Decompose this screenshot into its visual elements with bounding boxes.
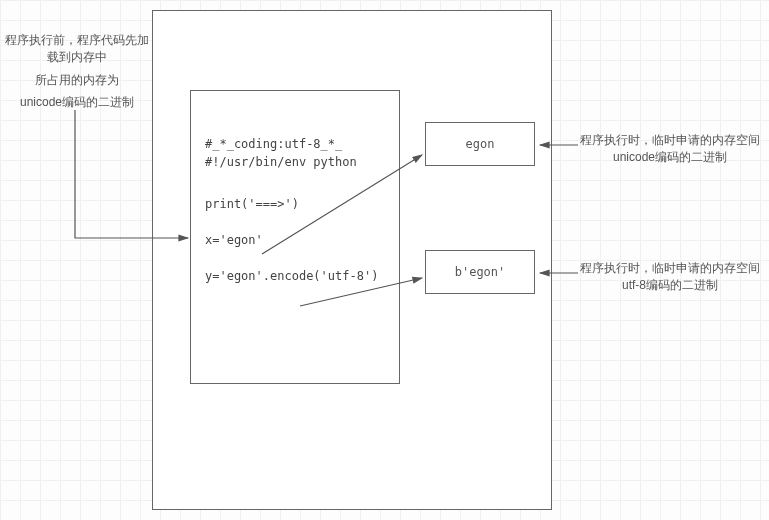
memory-value-utf8: b'egon' — [425, 250, 535, 294]
annotation-right-2: 程序执行时，临时申请的内存空间 utf-8编码的二进制 — [580, 260, 760, 294]
annotation-line: unicode编码的二进制 — [2, 94, 152, 111]
code-line: #!/usr/bin/env python — [205, 155, 385, 169]
annotation-line: utf-8编码的二进制 — [580, 277, 760, 294]
memory-value-text: b'egon' — [455, 265, 506, 279]
code-line: #_*_coding:utf-8_*_ — [205, 137, 385, 151]
memory-value-unicode: egon — [425, 122, 535, 166]
code-line: x='egon' — [205, 233, 385, 247]
annotation-line: unicode编码的二进制 — [580, 149, 760, 166]
annotation-line: 程序执行时，临时申请的内存空间 — [580, 132, 760, 149]
annotation-line: 所占用的内存为 — [2, 72, 152, 89]
code-block: #_*_coding:utf-8_*_ #!/usr/bin/env pytho… — [190, 90, 400, 384]
memory-value-text: egon — [466, 137, 495, 151]
code-line: y='egon'.encode('utf-8') — [205, 269, 385, 283]
annotation-right-1: 程序执行时，临时申请的内存空间 unicode编码的二进制 — [580, 132, 760, 166]
annotation-left: 程序执行前，程序代码先加载到内存中 所占用的内存为 unicode编码的二进制 — [2, 32, 152, 111]
annotation-line: 程序执行前，程序代码先加载到内存中 — [2, 32, 152, 66]
code-line: print('===>') — [205, 197, 385, 211]
annotation-line: 程序执行时，临时申请的内存空间 — [580, 260, 760, 277]
